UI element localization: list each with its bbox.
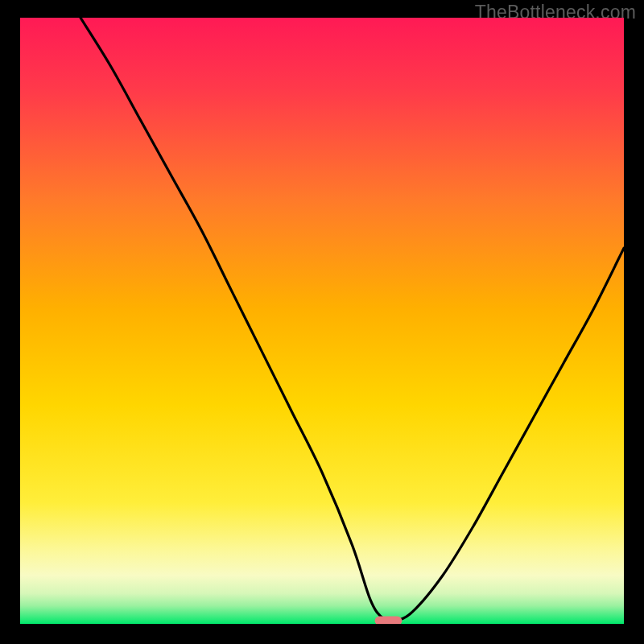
optimum-marker	[375, 617, 402, 624]
gradient-background	[20, 18, 624, 624]
plot-area	[20, 18, 624, 624]
chart-svg	[20, 18, 624, 624]
chart-frame: TheBottleneck.com	[0, 0, 644, 644]
